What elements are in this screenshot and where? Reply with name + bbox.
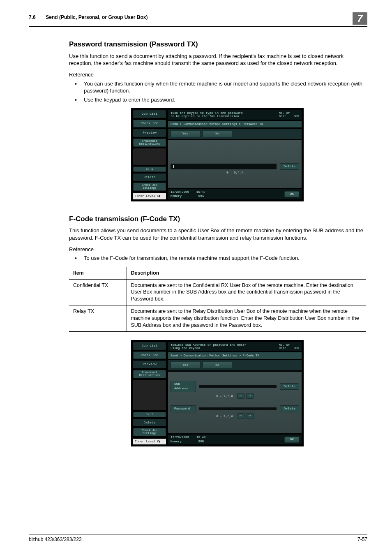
lcd-screenshot-fcode-tx: Job List Check Job Preview Broadcast Des… [131, 340, 304, 447]
table-row: Relay TX Documents are sent to the Relay… [69, 305, 366, 332]
memory-value: 99% [198, 440, 204, 443]
toner-level: Toner Level K▮ [133, 193, 166, 199]
status-date: 12/29/2009 [171, 436, 189, 439]
reference-label-2: Reference [69, 246, 366, 253]
footer-page-number: 7-57 [357, 536, 367, 543]
bullet-item: Use the keypad to enter the password. [69, 96, 366, 104]
page-header: 7.6 Send (Public, Personal, or Group Use… [29, 14, 367, 27]
status-time: 10:48 [196, 436, 206, 439]
ok-button[interactable]: OK [284, 191, 299, 197]
table-cell-item: Relay TX [69, 305, 127, 332]
check-job-button[interactable]: Check Job [133, 120, 166, 127]
yes-button[interactable]: Yes [171, 130, 200, 137]
reference-label-1: Reference [69, 71, 366, 79]
breadcrumb: Send > Communication Method Settings > P… [168, 121, 302, 127]
preview-button[interactable]: Preview [133, 361, 166, 368]
arrow-right-icon[interactable]: → [246, 413, 254, 419]
bullet-item: You can use this function only when the … [69, 80, 366, 95]
chapter-badge: 7 [353, 12, 367, 25]
delete-button[interactable]: Delete [133, 419, 166, 427]
toner-level: Toner Level K▮ [133, 439, 166, 444]
job-list-button[interactable]: Job List [133, 342, 166, 350]
hint-text: Use the keypad to type in the password t… [171, 111, 243, 118]
dest-list-empty [133, 380, 166, 410]
lcd-screenshot-password-tx: Job List Check Job Preview Broadcast Des… [131, 108, 304, 201]
table-cell-desc: Documents are sent to the Relay Distribu… [127, 305, 366, 332]
status-time: 10:47 [196, 190, 206, 194]
table-cell-item: Confidential TX [69, 279, 127, 305]
dest-list-empty [133, 148, 166, 165]
status-date: 12/29/2009 [171, 190, 189, 194]
password-tx-intro: Use this function to send a document by … [69, 53, 366, 67]
broadcast-dest-label: Broadcast Destinations [133, 370, 166, 378]
fcode-tx-intro: This function allows you send documents … [69, 227, 366, 241]
hint-text: Select SUB Address or password and enter… [171, 343, 247, 350]
broadcast-dest-label: Broadcast Destinations [133, 139, 166, 147]
section-title: Send (Public, Personal, or Group User Bo… [46, 14, 148, 20]
input-range-hint: 0 - 9,*,# [216, 414, 233, 419]
arrow-right-icon[interactable]: → [246, 393, 254, 399]
delete-input-button[interactable]: Delete [280, 163, 299, 170]
preview-button[interactable]: Preview [133, 129, 166, 137]
password-input[interactable] [199, 407, 277, 410]
section-number: 7.6 [29, 14, 44, 21]
dest-count-value: 000 [293, 115, 299, 118]
delete-input-button[interactable]: Delete [280, 405, 299, 412]
table-row: Confidential TX Documents are sent to th… [69, 279, 366, 305]
check-job-button[interactable]: Check Job [133, 352, 166, 359]
no-button[interactable]: No [203, 130, 232, 137]
no-button[interactable]: No [203, 362, 232, 369]
page-indicator: 1/ 1 [133, 166, 166, 172]
arrow-left-icon[interactable]: ← [237, 393, 244, 399]
password-input[interactable] [171, 164, 277, 169]
check-job-settings-button[interactable]: Check Job Settings [133, 183, 166, 191]
memory-value: 99% [198, 194, 204, 198]
job-list-button[interactable]: Job List [133, 110, 166, 118]
dest-count-label: No. of Dest. [279, 111, 290, 118]
page-footer: bizhub 423/363/283/223 7-57 [29, 534, 367, 543]
input-range-hint: 0 - 9,*,# [171, 171, 299, 175]
heading-fcode-tx: F-Code transmission (F-Code TX) [69, 215, 366, 224]
heading-password-tx: Password transmission (Password TX) [69, 40, 366, 49]
check-job-settings-button[interactable]: Check Job Settings [133, 428, 166, 436]
ok-button[interactable]: OK [284, 437, 299, 443]
table-header-desc: Description [127, 267, 366, 279]
password-label-button[interactable]: Password [171, 405, 196, 412]
bullet-item: To use the F-Code for transmission, the … [69, 254, 366, 262]
sub-address-input[interactable] [199, 385, 277, 388]
input-range-hint: 0 - 9,*,# [216, 394, 233, 398]
table-header-item: Item [69, 267, 127, 279]
arrow-left-icon[interactable]: ← [237, 413, 244, 419]
fcode-table: Item Description Confidential TX Documen… [69, 267, 366, 332]
yes-button[interactable]: Yes [171, 362, 200, 369]
footer-model: bizhub 423/363/283/223 [29, 536, 82, 543]
sub-address-label-button[interactable]: SUB Address [171, 381, 196, 392]
delete-input-button[interactable]: Delete [280, 383, 299, 390]
dest-count-value: 000 [293, 347, 299, 350]
memory-label: Memory [171, 440, 182, 443]
dest-count-label: No. of Dest. [279, 343, 290, 350]
breadcrumb: Send > Communication Method Settings > F… [168, 352, 302, 359]
table-cell-desc: Documents are sent to the Confidential R… [127, 279, 366, 305]
memory-label: Memory [171, 194, 182, 198]
page-indicator: 1/ 1 [133, 412, 166, 417]
delete-button[interactable]: Delete [133, 173, 166, 181]
